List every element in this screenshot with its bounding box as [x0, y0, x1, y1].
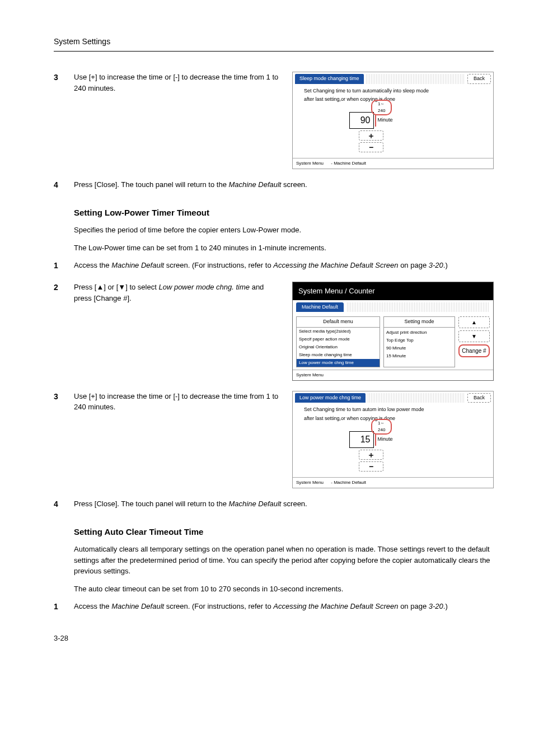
list-item[interactable]: Sleep mode changing time	[297, 351, 380, 359]
list-item: Top Edge Top	[384, 337, 455, 344]
step-text: Access the Machine Default screen. (For …	[74, 260, 494, 271]
footer-right: - Machine Default	[331, 480, 366, 485]
column-header: Default menu	[297, 317, 380, 328]
panel-title: Low power mode chng time	[295, 393, 366, 403]
back-button[interactable]: Back	[467, 74, 491, 84]
panel-desc1: Set Changing time to turn automatically …	[293, 86, 493, 95]
list-item: 90 Minute	[384, 344, 455, 352]
running-header: System Settings	[54, 36, 494, 52]
panel-footer: System Menu	[293, 370, 493, 380]
panel-desc2: after last setting,or when copying is do…	[293, 94, 493, 103]
list-item[interactable]: Select media type(2sided)	[297, 328, 380, 335]
system-menu-panel: System Menu / Counter Machine Default De…	[292, 282, 494, 381]
range-label: 1～240	[371, 419, 392, 435]
sleep-mode-panel: Sleep mode changing time Back Set Changi…	[292, 72, 494, 169]
range-label: 1～240	[371, 100, 392, 115]
panel-desc1: Set Changing time to turn autom into low…	[293, 404, 493, 413]
step-text: Press [▲] or [▼] to select Low power mod…	[74, 282, 281, 304]
back-button[interactable]: Back	[467, 393, 491, 403]
step-number: 4	[54, 179, 74, 191]
body-text: The auto clear timeout can be set from 1…	[74, 584, 494, 595]
list-item[interactable]: Original Orientation	[297, 343, 380, 351]
list-item-selected: 15 Minute	[384, 352, 455, 360]
plus-button[interactable]: ＋	[359, 130, 383, 141]
footer-left: System Menu	[296, 480, 324, 485]
body-text: Specifies the period of time before the …	[74, 225, 494, 236]
section-heading: Setting Auto Clear Timeout Time	[74, 526, 494, 539]
footer-left: System Menu	[296, 161, 324, 166]
column-header: Setting mode	[384, 317, 455, 328]
panel-title: System Menu / Counter	[293, 282, 493, 300]
page-number: 3-28	[54, 633, 494, 644]
step-text: Use [+] to increase the time or [-] to d…	[74, 391, 281, 413]
list-item: Adjust print direction	[384, 329, 455, 337]
body-text: The Low-Power time can be set from 1 to …	[74, 242, 494, 254]
step-text: Use [+] to increase the time or [-] to d…	[74, 72, 281, 94]
step-text: Press [Close]. The touch panel will retu…	[74, 498, 494, 510]
unit-label: Minute	[375, 433, 392, 446]
step-number: 1	[54, 601, 74, 613]
step-number: 2	[54, 282, 74, 293]
panel-desc2: after last setting,or when copying is do…	[293, 413, 493, 422]
step-text: Press [Close]. The touch panel will retu…	[74, 179, 494, 190]
low-power-panel: Low power mode chng time Back Set Changi…	[292, 391, 494, 488]
footer-right: - Machine Default	[331, 161, 366, 166]
step-text: Access the Machine Default screen. (For …	[74, 601, 494, 612]
value-box: 15	[349, 431, 374, 448]
step-number: 4	[54, 498, 74, 510]
setting-mode-list: Setting mode Adjust print direction Top …	[383, 316, 455, 367]
list-item-selected[interactable]: Low power mode chng time	[297, 359, 380, 367]
up-button[interactable]: ▲	[458, 316, 490, 328]
plus-button[interactable]: ＋	[359, 450, 383, 460]
section-heading: Setting Low-Power Timer Timeout	[74, 207, 494, 220]
minus-button[interactable]: −	[359, 142, 383, 152]
gap	[347, 302, 490, 312]
step-number: 3	[54, 391, 74, 403]
unit-label: Minute	[375, 114, 392, 127]
title-gap	[368, 393, 465, 403]
default-menu-list: Default menu Select media type(2sided) S…	[296, 316, 380, 367]
list-item[interactable]: Specif paper action mode	[297, 335, 380, 343]
body-text: Automatically clears all temporary setti…	[74, 544, 494, 577]
minus-button[interactable]: −	[359, 461, 383, 472]
title-gap	[366, 74, 465, 84]
panel-title: Sleep mode changing time	[295, 74, 364, 84]
change-button[interactable]: Change #	[458, 344, 490, 357]
panel-subtitle: Machine Default	[296, 302, 344, 312]
down-button[interactable]: ▼	[458, 330, 490, 342]
step-number: 1	[54, 260, 74, 272]
value-box: 90	[349, 112, 374, 129]
step-number: 3	[54, 72, 74, 83]
